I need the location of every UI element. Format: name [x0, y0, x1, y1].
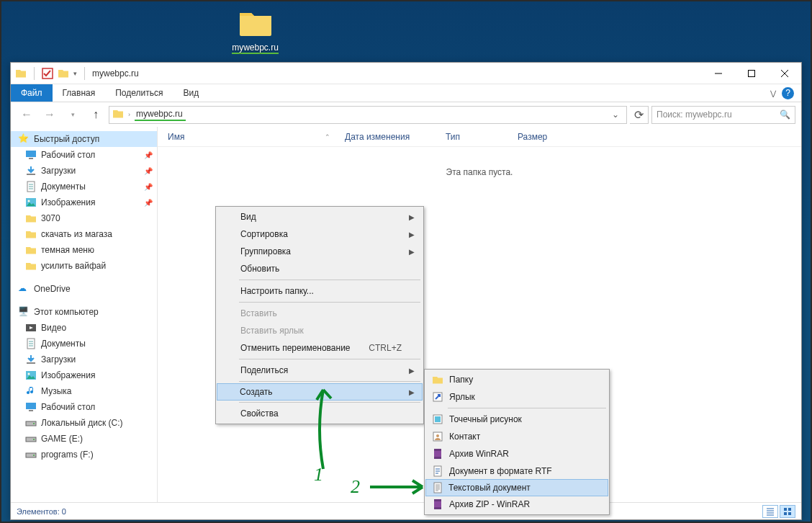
- desktop-folder[interactable]: mywebpc.ru: [232, 9, 279, 53]
- item-icon: [25, 181, 37, 192]
- sidebar-item[interactable]: Музыка: [11, 383, 157, 399]
- tab-home[interactable]: Главная: [53, 84, 106, 102]
- sidebar-item[interactable]: Локальный диск (C:): [11, 415, 157, 431]
- menu-item[interactable]: Создать▶: [217, 383, 423, 401]
- sidebar-item[interactable]: Рабочий стол📌: [11, 147, 157, 163]
- item-icon: [25, 322, 37, 334]
- item-icon: [25, 165, 37, 176]
- svg-point-15: [28, 373, 30, 375]
- titlebar: ▾ mywebpc.ru: [11, 63, 801, 84]
- menu-item[interactable]: Точечный рисунок: [426, 411, 608, 428]
- menu-item[interactable]: Документ в формате RTF: [426, 462, 608, 480]
- menu-item[interactable]: Настроить папку...: [217, 282, 422, 300]
- item-icon: [25, 244, 37, 256]
- pin-icon: 📌: [144, 183, 153, 191]
- address-bar[interactable]: › mywebpc.ru ⌄: [109, 106, 627, 124]
- sidebar-quick-access[interactable]: ⭐ Быстрый доступ: [11, 131, 157, 147]
- col-date[interactable]: Дата изменения: [345, 132, 446, 142]
- svg-rect-7: [27, 174, 35, 175]
- item-icon: [25, 260, 37, 272]
- sidebar-item[interactable]: темная меню: [11, 242, 157, 258]
- menu-item[interactable]: Вид▶: [217, 208, 422, 225]
- sidebar-this-pc[interactable]: 🖥️ Этот компьютер: [11, 304, 157, 320]
- chevron-right-icon: ▶: [409, 213, 415, 221]
- menu-item[interactable]: Отменить переименованиеCTRL+Z: [217, 339, 422, 357]
- svg-point-23: [33, 455, 35, 456]
- minimize-button[interactable]: [702, 63, 735, 84]
- item-icon: [25, 149, 37, 161]
- menu-item[interactable]: Обновить: [217, 260, 422, 277]
- folder-icon: [58, 68, 69, 79]
- qat-checkbox-icon[interactable]: [42, 68, 53, 79]
- svg-point-19: [33, 423, 35, 424]
- view-details-button[interactable]: [762, 505, 778, 518]
- menu-item[interactable]: Архив ZIP - WinRAR: [426, 496, 608, 513]
- sidebar-item[interactable]: Видео: [11, 320, 157, 336]
- menu-item[interactable]: Группировка▶: [217, 243, 422, 260]
- item-icon: [25, 197, 37, 208]
- item-icon: [25, 370, 37, 381]
- svg-rect-2: [749, 70, 755, 76]
- svg-point-28: [436, 434, 439, 437]
- sidebar-onedrive[interactable]: ☁ OneDrive: [11, 281, 157, 297]
- refresh-button[interactable]: ⟳: [630, 106, 649, 124]
- ribbon-expand-icon[interactable]: ⋁: [770, 89, 776, 97]
- sidebar-item[interactable]: Рабочий стол: [11, 399, 157, 415]
- tab-view[interactable]: Вид: [173, 84, 209, 102]
- file-type-icon: [432, 391, 443, 403]
- col-size[interactable]: Размер: [518, 132, 561, 142]
- close-button[interactable]: [768, 63, 801, 84]
- sidebar-item[interactable]: скачать из магаза: [11, 226, 157, 242]
- svg-rect-6: [29, 158, 33, 159]
- sidebar-item[interactable]: Изображения📌: [11, 195, 157, 210]
- content-area[interactable]: Имя⌃ Дата изменения Тип Размер Эта папка…: [158, 127, 801, 502]
- menu-item[interactable]: Ярлык: [426, 388, 608, 406]
- help-button[interactable]: ?: [782, 87, 794, 99]
- annotation-1: 1: [314, 464, 323, 486]
- col-type[interactable]: Тип: [446, 132, 518, 142]
- menu-item[interactable]: Папку: [426, 371, 608, 388]
- tab-file[interactable]: Файл: [11, 84, 53, 102]
- menu-item[interactable]: Поделиться▶: [217, 362, 422, 379]
- item-icon: [25, 401, 37, 413]
- breadcrumb[interactable]: mywebpc.ru: [135, 109, 186, 121]
- nav-recent-icon[interactable]: ▾: [63, 105, 83, 124]
- address-dropdown-icon[interactable]: ⌄: [608, 109, 623, 120]
- nav-up-button[interactable]: ↑: [86, 105, 106, 124]
- pin-icon: 📌: [144, 199, 153, 207]
- nav-sidebar: ⭐ Быстрый доступ Рабочий стол📌Загрузки📌Д…: [11, 127, 158, 502]
- sidebar-item[interactable]: Документы: [11, 336, 157, 352]
- qat-dropdown-icon[interactable]: ▾: [73, 70, 77, 77]
- context-submenu-create: ПапкуЯрлыкТочечный рисунокКонтактАрхив W…: [424, 369, 610, 515]
- column-headers: Имя⌃ Дата изменения Тип Размер: [158, 127, 801, 147]
- svg-rect-36: [434, 507, 441, 509]
- folder-icon: [112, 108, 124, 122]
- menu-item[interactable]: Сортировка▶: [217, 225, 422, 243]
- col-name[interactable]: Имя⌃: [168, 132, 345, 142]
- status-bar: Элементов: 0: [11, 502, 801, 519]
- window-title: mywebpc.ru: [92, 68, 139, 79]
- file-type-icon: [432, 448, 443, 460]
- sidebar-item[interactable]: Загрузки📌: [11, 163, 157, 179]
- pc-icon: 🖥️: [18, 306, 30, 318]
- sidebar-item[interactable]: 3070: [11, 210, 157, 226]
- context-menu: Вид▶Сортировка▶Группировка▶ОбновитьНастр…: [215, 206, 424, 424]
- sidebar-item[interactable]: усилить вайфай: [11, 258, 157, 274]
- sidebar-item[interactable]: programs (F:): [11, 447, 157, 462]
- sidebar-item[interactable]: Документы📌: [11, 179, 157, 195]
- item-icon: [25, 213, 37, 224]
- tab-share[interactable]: Поделиться: [105, 84, 173, 102]
- address-row: ← → ▾ ↑ › mywebpc.ru ⌄ ⟳ Поиск: mywebpc.…: [11, 102, 801, 127]
- sidebar-item[interactable]: GAME (E:): [11, 431, 157, 447]
- menu-item[interactable]: Свойства: [217, 405, 422, 422]
- sidebar-item[interactable]: Загрузки: [11, 352, 157, 367]
- view-icons-button[interactable]: [780, 505, 795, 518]
- menu-item[interactable]: Контакт: [426, 428, 608, 445]
- maximize-button[interactable]: [735, 63, 768, 84]
- search-input[interactable]: Поиск: mywebpc.ru 🔍: [651, 106, 795, 124]
- menu-item[interactable]: Архив WinRAR: [426, 445, 608, 462]
- sidebar-item[interactable]: Изображения: [11, 367, 157, 383]
- nav-back-button: ←: [17, 105, 37, 124]
- menu-item[interactable]: Текстовый документ: [425, 479, 608, 496]
- file-type-icon: [432, 414, 443, 425]
